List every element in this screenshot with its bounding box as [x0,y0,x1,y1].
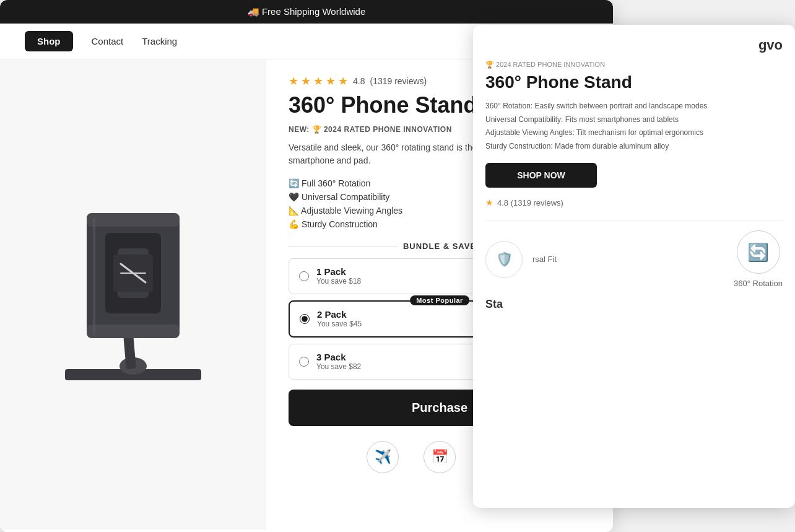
bundle-radio-1pack[interactable] [299,271,309,281]
second-page-badge: 🏆 2024 RATED PHONE INNOVATION [485,61,783,69]
tracking-link[interactable]: Tracking [142,36,177,46]
bundle-radio-3pack[interactable] [299,357,309,367]
shop-button[interactable]: Shop [25,31,73,51]
star-1: ★ [289,74,298,88]
star-4: ★ [326,74,336,88]
second-page-divider [485,220,783,220]
bundle-radio-2pack[interactable] [300,314,310,324]
second-page-logo: gvo [485,37,783,53]
second-page: gvo 🏆 2024 RATED PHONE INNOVATION 360° P… [473,25,795,508]
second-feature-3: Sturdy Construction: Made from durable a… [485,140,783,154]
bottom-icon-calendar: 📅 [424,441,456,473]
rating-count: (1319 reviews) [370,76,427,86]
second-page-rsal-fit: rsal Fit [532,255,557,264]
contact-link[interactable]: Contact [92,36,124,46]
second-page-badge-text: 🏆 2024 RATED PHONE INNOVATION [485,61,605,69]
second-page-shop-button[interactable]: SHOP NOW [485,163,597,188]
second-page-bottom: 🛡️ rsal Fit 🔄 360° Rotation [485,230,783,288]
rotation-icon: 🔄 [737,230,780,274]
second-page-section-title: Sta [485,298,783,311]
product-image [34,171,232,419]
svg-rect-7 [87,325,180,338]
second-page-features: 360° Rotation: Easily switch between por… [485,100,783,153]
product-image-area [0,59,266,530]
feature-rotation: 🔄 Full 360° Rotation [289,178,370,188]
bottom-icon-ship: ✈️ [367,441,399,473]
second-page-rating-text: 4.8 (1319 reviews) [497,198,563,207]
calendar-icon-circle: 📅 [424,441,456,473]
svg-rect-6 [87,213,180,227]
second-page-rotation: 🔄 360° Rotation [734,230,783,288]
second-feature-2: Adjustable Viewing Angles: Tilt mechanis… [485,126,783,140]
second-page-feature-icons: 🛡️ rsal Fit [485,241,557,278]
ship-icon-circle: ✈️ [367,441,399,473]
rating-value: 4.8 [353,76,365,86]
product-stand-svg [46,177,220,412]
second-page-rating: ★ 4.8 (1319 reviews) [485,198,783,207]
calendar-icon: 📅 [432,449,448,465]
shipping-banner: 🚚 Free Shipping Worldwide [0,0,613,24]
second-page-rotation-label: 360° Rotation [734,279,783,288]
star-3: ★ [313,74,323,88]
second-page-star: ★ [485,198,493,207]
feature-safe-icon: 🛡️ [485,241,523,278]
most-popular-badge: Most Popular [410,295,469,305]
feature-compatibility: 🖤 Universal Compatibility [289,192,389,202]
ship-icon: ✈️ [375,449,391,465]
svg-rect-8 [93,217,95,335]
banner-text: 🚚 Free Shipping Worldwide [248,6,365,17]
feature-construction: 💪 Sturdy Construction [289,219,378,229]
new-badge-text: NEW: 🏆 2024 RATED PHONE INNOVATION [289,125,452,134]
second-feature-1: Universal Compatibility: Fits most smart… [485,113,783,127]
second-page-title: 360° Phone Stand [485,72,783,92]
second-feature-0: 360° Rotation: Easily switch between por… [485,100,783,113]
star-2: ★ [301,74,311,88]
feature-angles: 📐 Adjustable Viewing Angles [289,206,402,216]
star-5: ★ [338,74,348,88]
bundle-label: BUNDLE & SAVE [403,242,476,251]
bundle-line-left [289,246,397,246]
